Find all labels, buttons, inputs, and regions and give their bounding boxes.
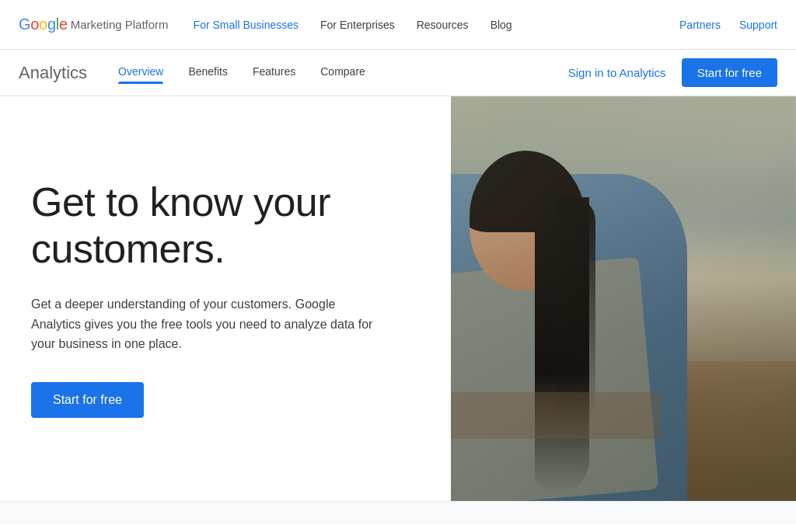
nav-for-enterprises[interactable]: For Enterprises bbox=[320, 19, 395, 31]
sign-in-link[interactable]: Sign in to Analytics bbox=[568, 66, 666, 79]
top-nav-links: For Small Businesses For Enterprises Res… bbox=[194, 19, 679, 31]
nav-resources[interactable]: Resources bbox=[417, 19, 469, 31]
analytics-brand: Analytics bbox=[19, 63, 87, 83]
nav-compare[interactable]: Compare bbox=[320, 65, 365, 81]
google-logo: Google bbox=[19, 16, 68, 33]
nav-benefits[interactable]: Benefits bbox=[188, 65, 228, 81]
nav-blog[interactable]: Blog bbox=[491, 19, 512, 31]
nav-partners[interactable]: Partners bbox=[679, 19, 721, 31]
hero-headline: Get to know your customers. bbox=[31, 179, 412, 273]
hero-description: Get a deeper understanding of your custo… bbox=[31, 294, 373, 354]
hero-cta-button[interactable]: Start for free bbox=[31, 382, 144, 418]
top-nav-right: Partners Support bbox=[679, 19, 777, 31]
secondary-nav-right: Sign in to Analytics Start for free bbox=[568, 58, 777, 87]
platform-name: Marketing Platform bbox=[71, 18, 169, 31]
start-free-button-nav[interactable]: Start for free bbox=[682, 58, 777, 87]
nav-overview[interactable]: Overview bbox=[118, 65, 163, 81]
hero-content: Get to know your customers. Get a deeper… bbox=[0, 96, 451, 501]
bottom-strip bbox=[0, 501, 796, 524]
top-navigation: Google Marketing Platform For Small Busi… bbox=[0, 0, 796, 50]
logo-area: Google Marketing Platform bbox=[19, 16, 169, 33]
secondary-nav-links: Overview Benefits Features Compare bbox=[118, 65, 568, 81]
nav-features[interactable]: Features bbox=[253, 65, 295, 81]
nav-for-small-businesses[interactable]: For Small Businesses bbox=[194, 19, 298, 31]
nav-support[interactable]: Support bbox=[739, 19, 777, 31]
hero-section: Get to know your customers. Get a deeper… bbox=[0, 96, 796, 501]
secondary-navigation: Analytics Overview Benefits Features Com… bbox=[0, 50, 796, 96]
